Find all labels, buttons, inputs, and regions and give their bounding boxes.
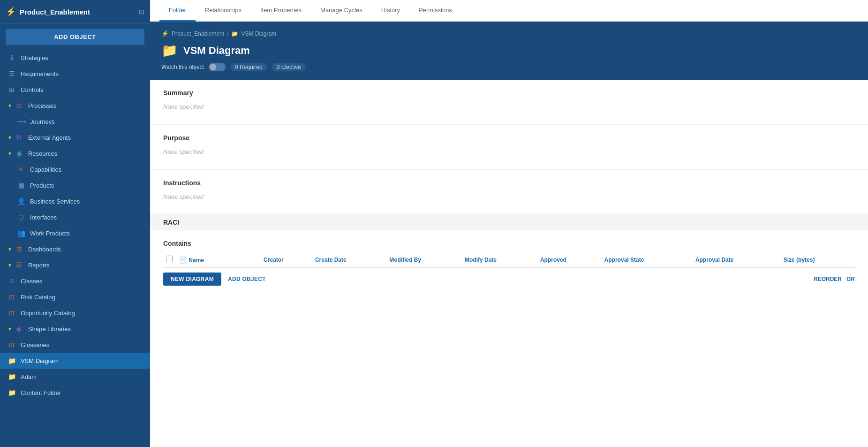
sidebar: ⚡ Product_Enablement ⊡ ADD OBJECT ℹ Stra… <box>0 0 150 447</box>
tab-history[interactable]: History <box>372 0 409 22</box>
opportunity-catalog-icon: ⊡ <box>8 309 16 317</box>
breadcrumb-app-link[interactable]: Product_Enablement <box>172 30 224 37</box>
gr-button[interactable]: GR <box>846 276 855 282</box>
sidebar-item-vsm-diagram[interactable]: 📁 VSM Diagram <box>0 353 150 369</box>
sidebar-item-label: Dashboards <box>28 246 61 253</box>
col-approval-date[interactable]: Approval Date <box>693 252 781 268</box>
requirements-icon: ☰ <box>8 70 16 77</box>
sidebar-item-requirements[interactable]: ☰ Requirements <box>0 66 150 82</box>
instructions-section: Instructions None specified <box>150 170 868 215</box>
tabs-bar: Folder Relationships Item Properties Man… <box>150 0 868 22</box>
contains-table-wrap: 📄 Name Creator Create Date Modified By M… <box>150 252 868 268</box>
elective-badge: 0 Elective <box>272 63 306 71</box>
col-modify-date[interactable]: Modify Date <box>462 252 537 268</box>
sidebar-item-label: Products <box>30 182 54 189</box>
sidebar-item-label: Processes <box>28 102 57 109</box>
reorder-button[interactable]: REORDER <box>814 276 842 282</box>
sidebar-item-controls[interactable]: ⊞ Controls <box>0 82 150 98</box>
sidebar-item-label: Resources <box>28 150 57 157</box>
folder-large-icon: 📁 <box>161 43 178 58</box>
sidebar-item-label: Shape Libraries <box>28 326 71 333</box>
sidebar-item-external-agents[interactable]: ▼ ⚙ External Agents <box>0 129 150 145</box>
contains-title: Contains <box>163 240 855 247</box>
app-title: Product_Enablement <box>20 8 90 16</box>
raci-section: RACI <box>150 215 868 230</box>
col-approved[interactable]: Approved <box>537 252 602 268</box>
sidebar-item-label: Interfaces <box>30 214 57 221</box>
sidebar-item-opportunity-catalog[interactable]: ⊡ Opportunity Catalog <box>0 305 150 321</box>
contains-section: Contains 📄 Name Creator <box>150 230 868 290</box>
col-creator[interactable]: Creator <box>261 252 312 268</box>
sidebar-item-resources[interactable]: ▼ ◉ Resources <box>0 145 150 161</box>
dashboards-icon: ⊞ <box>15 245 23 253</box>
breadcrumb-app-icon: ⚡ <box>161 30 169 37</box>
sidebar-item-shape-libraries[interactable]: ▼ ◈ Shape Libraries <box>0 321 150 337</box>
summary-title: Summary <box>163 89 855 97</box>
tab-permissions[interactable]: Permissions <box>409 0 461 22</box>
select-all-checkbox[interactable] <box>166 256 173 262</box>
tab-folder[interactable]: Folder <box>159 0 196 22</box>
sidebar-item-content-folder[interactable]: 📁 Content Folder <box>0 385 150 401</box>
processes-icon: ⊙ <box>15 102 23 109</box>
shape-libraries-icon: ◈ <box>15 325 23 333</box>
sidebar-item-work-products[interactable]: 👥 Work Products <box>0 225 150 241</box>
sidebar-item-adam[interactable]: 📁 Adam <box>0 369 150 385</box>
col-create-date[interactable]: Create Date <box>312 252 386 268</box>
tab-item-properties[interactable]: Item Properties <box>251 0 311 22</box>
sidebar-item-label: Journeys <box>30 118 55 125</box>
work-products-icon: 👥 <box>17 229 25 237</box>
sidebar-item-risk-catalog[interactable]: ⊡ Risk Catalog <box>0 289 150 305</box>
sidebar-item-label: Work Products <box>30 230 70 237</box>
add-object-table-button[interactable]: ADD OBJECT <box>226 273 268 286</box>
sidebar-item-label: Capabilities <box>30 166 61 173</box>
sidebar-item-business-services[interactable]: 👤 Business Services <box>0 193 150 209</box>
add-object-button[interactable]: ADD OBJECT <box>6 29 144 45</box>
new-diagram-button[interactable]: NEW DIAGRAM <box>163 273 221 286</box>
vsm-diagram-icon: 📁 <box>8 357 16 364</box>
table-actions: NEW DIAGRAM ADD OBJECT REORDER GR <box>150 268 868 290</box>
watch-toggle[interactable] <box>209 63 226 71</box>
sidebar-item-label: Glossaries <box>21 341 49 349</box>
classes-icon: ≡ <box>8 277 16 285</box>
strategies-icon: ℹ <box>8 54 16 61</box>
sidebar-item-capabilities[interactable]: ✳ Capabilities <box>0 161 150 177</box>
purpose-empty: None specified <box>163 146 855 160</box>
purpose-title: Purpose <box>163 134 855 142</box>
sidebar-item-processes[interactable]: ▼ ⊙ Processes <box>0 98 150 114</box>
resources-caret: ▼ <box>8 151 12 156</box>
sidebar-item-label: Adam <box>21 373 37 380</box>
sidebar-item-glossaries[interactable]: ⊡ Glossaries <box>0 337 150 353</box>
interfaces-icon: ⬡ <box>17 213 25 221</box>
col-modified-by[interactable]: Modified By <box>386 252 462 268</box>
col-approval-state[interactable]: Approval State <box>602 252 693 268</box>
sidebar-item-label: Reports <box>28 262 50 269</box>
sidebar-item-label: Classes <box>21 278 42 285</box>
sidebar-item-label: Opportunity Catalog <box>21 310 75 317</box>
tab-relationships[interactable]: Relationships <box>196 0 251 22</box>
table-header-checkbox[interactable] <box>163 252 176 268</box>
toggle-knob <box>210 64 216 70</box>
col-name[interactable]: 📄 Name <box>176 252 261 268</box>
contains-table: 📄 Name Creator Create Date Modified By M… <box>163 252 855 268</box>
tab-manage-cycles[interactable]: Manage Cycles <box>311 0 372 22</box>
sidebar-item-reports[interactable]: ▼ ☰ Reports <box>0 257 150 273</box>
sidebar-item-journeys[interactable]: ⟿ Journeys <box>0 114 150 129</box>
breadcrumb-separator: / <box>227 30 228 37</box>
sidebar-item-label: Content Folder <box>21 389 61 396</box>
sidebar-item-label: External Agents <box>28 134 71 141</box>
col-name-label: Name <box>189 257 204 264</box>
col-size-bytes[interactable]: Size (bytes) <box>781 252 855 268</box>
sidebar-item-classes[interactable]: ≡ Classes <box>0 273 150 289</box>
nav-list: ℹ Strategies ☰ Requirements ⊞ Controls ▼… <box>0 50 150 401</box>
sidebar-item-products[interactable]: ▦ Products <box>0 177 150 193</box>
sidebar-item-label: VSM Diagram <box>21 357 59 364</box>
required-badge: 0 Required <box>230 63 267 71</box>
sidebar-item-interfaces[interactable]: ⬡ Interfaces <box>0 209 150 225</box>
dashboards-caret: ▼ <box>8 247 12 252</box>
sidebar-item-strategies[interactable]: ℹ Strategies <box>0 50 150 66</box>
breadcrumb-current: VSM Diagram <box>241 30 276 37</box>
name-col-icon: 📄 <box>179 256 187 264</box>
main-content: Folder Relationships Item Properties Man… <box>150 0 868 447</box>
expand-icon[interactable]: ⊡ <box>139 8 144 15</box>
sidebar-item-dashboards[interactable]: ▼ ⊞ Dashboards <box>0 241 150 257</box>
